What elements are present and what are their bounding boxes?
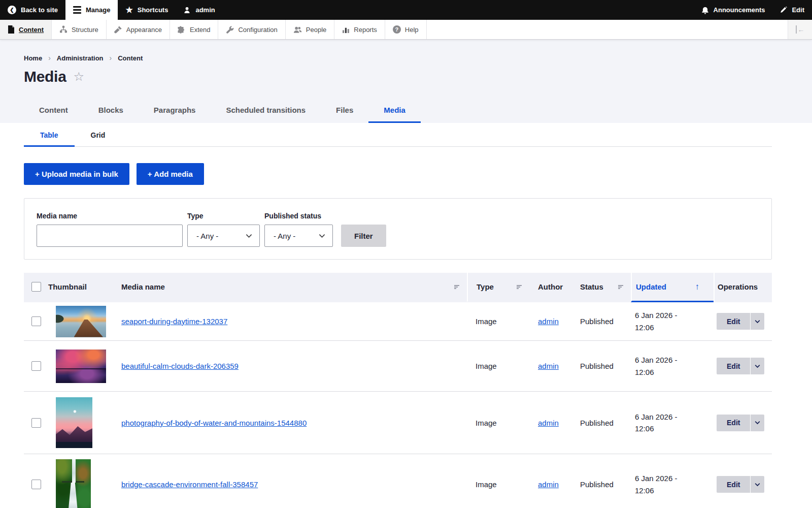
bar-chart-icon bbox=[342, 26, 350, 34]
published-status-label: Published status bbox=[264, 212, 333, 220]
breadcrumb-separator: › bbox=[48, 54, 51, 62]
menu-item-appearance[interactable]: Appearance bbox=[107, 20, 170, 39]
header-thumbnail: Thumbnail bbox=[48, 273, 113, 302]
type-select[interactable]: - Any - bbox=[187, 225, 260, 247]
bell-icon bbox=[701, 6, 709, 14]
operations-split-button: Edit bbox=[717, 358, 764, 374]
operations-split-button: Edit bbox=[717, 476, 764, 493]
status-value: Published bbox=[571, 454, 631, 508]
breadcrumb-home[interactable]: Home bbox=[24, 54, 42, 62]
manage-button[interactable]: Manage bbox=[65, 0, 118, 20]
row-checkbox[interactable] bbox=[31, 361, 41, 371]
operations-dropdown-toggle[interactable] bbox=[750, 313, 764, 330]
author-link[interactable]: admin bbox=[538, 419, 559, 427]
header-type[interactable]: Type bbox=[467, 273, 529, 302]
announcements-button[interactable]: Announcements bbox=[694, 0, 773, 20]
table-row: seaport-during-daytime-132037 Image admi… bbox=[24, 302, 772, 341]
tab-media[interactable]: Media bbox=[368, 100, 421, 123]
media-name-link[interactable]: bridge-cascade-environment-fall-358457 bbox=[121, 480, 258, 489]
author-link[interactable]: admin bbox=[538, 317, 559, 326]
operations-dropdown-toggle[interactable] bbox=[750, 415, 764, 431]
media-thumbnail[interactable] bbox=[56, 306, 106, 337]
toolbar-spacer bbox=[223, 0, 694, 20]
add-media-button[interactable]: + Add media bbox=[137, 163, 204, 185]
view-tab-table[interactable]: Table bbox=[24, 123, 75, 147]
menu-item-label: Extend bbox=[190, 26, 210, 34]
media-thumbnail[interactable] bbox=[56, 397, 92, 448]
breadcrumb-administration[interactable]: Administration bbox=[57, 54, 104, 62]
filter-submit-button[interactable]: Filter bbox=[341, 225, 386, 247]
media-type: Image bbox=[467, 454, 529, 508]
author-link[interactable]: admin bbox=[538, 480, 559, 489]
tab-files[interactable]: Files bbox=[321, 100, 368, 123]
row-checkbox[interactable] bbox=[31, 418, 41, 428]
media-name-link[interactable]: beautiful-calm-clouds-dark-206359 bbox=[121, 362, 239, 370]
tab-paragraphs[interactable]: Paragraphs bbox=[139, 100, 211, 123]
sort-icon bbox=[618, 284, 624, 290]
media-thumbnail[interactable] bbox=[56, 350, 106, 383]
edit-button[interactable]: Edit bbox=[717, 415, 750, 431]
tab-blocks[interactable]: Blocks bbox=[83, 100, 139, 123]
user-label: admin bbox=[195, 6, 215, 14]
media-type: Image bbox=[467, 341, 529, 392]
row-checkbox[interactable] bbox=[31, 316, 41, 326]
header-author[interactable]: Author bbox=[529, 273, 571, 302]
puzzle-icon bbox=[178, 25, 186, 34]
edit-mode-button[interactable]: Edit bbox=[772, 0, 812, 20]
filter-panel: Media name Type - Any - Published status… bbox=[24, 198, 772, 260]
user-icon bbox=[183, 6, 191, 14]
operations-dropdown-toggle[interactable] bbox=[750, 358, 764, 374]
paintbrush-icon bbox=[114, 25, 122, 34]
breadcrumb-separator: › bbox=[110, 54, 112, 62]
tab-scheduled-transitions[interactable]: Scheduled transitions bbox=[211, 100, 321, 123]
header-status[interactable]: Status bbox=[571, 273, 631, 302]
edit-button[interactable]: Edit bbox=[717, 313, 750, 330]
primary-tabs: Content Blocks Paragraphs Scheduled tran… bbox=[24, 100, 772, 123]
breadcrumb: Home › Administration › Content bbox=[24, 54, 772, 62]
edit-button[interactable]: Edit bbox=[717, 358, 750, 374]
status-value: Published bbox=[571, 302, 631, 341]
favorite-star-icon[interactable]: ☆ bbox=[74, 70, 85, 84]
media-name-link[interactable]: photography-of-body-of-water-and-mountai… bbox=[121, 419, 307, 427]
announcements-label: Announcements bbox=[714, 6, 765, 14]
chevron-down-icon bbox=[319, 234, 325, 238]
type-select-value: - Any - bbox=[196, 232, 218, 240]
select-all-checkbox[interactable] bbox=[31, 282, 41, 292]
edit-button[interactable]: Edit bbox=[717, 476, 750, 493]
menu-item-extend[interactable]: Extend bbox=[170, 20, 218, 39]
media-name-input[interactable] bbox=[37, 225, 183, 247]
hamburger-icon bbox=[73, 6, 81, 14]
help-icon: ? bbox=[393, 25, 401, 34]
row-checkbox[interactable] bbox=[31, 480, 41, 489]
menu-item-content[interactable]: Content bbox=[0, 20, 52, 39]
menu-item-help[interactable]: ? Help bbox=[385, 20, 427, 39]
header-updated-sort-active[interactable]: Updated ↑ bbox=[631, 273, 714, 302]
shortcuts-button[interactable]: ★ Shortcuts bbox=[118, 0, 176, 20]
updated-value: 6 Jan 2026 - 12:06 bbox=[635, 354, 688, 378]
table-row: bridge-cascade-environment-fall-358457 I… bbox=[24, 454, 772, 508]
view-tab-grid[interactable]: Grid bbox=[75, 123, 122, 147]
published-status-select[interactable]: - Any - bbox=[264, 225, 333, 247]
menu-item-label: People bbox=[306, 26, 326, 34]
breadcrumb-content[interactable]: Content bbox=[118, 54, 143, 62]
pencil-icon bbox=[780, 7, 787, 14]
operations-dropdown-toggle[interactable] bbox=[750, 476, 764, 493]
menu-item-structure[interactable]: Structure bbox=[52, 20, 107, 39]
upload-media-in-bulk-button[interactable]: + Upload media in bulk bbox=[24, 163, 129, 185]
back-to-site-button[interactable]: ❮ Back to site bbox=[0, 0, 65, 20]
tab-content[interactable]: Content bbox=[24, 100, 83, 123]
menu-item-configuration[interactable]: Configuration bbox=[218, 20, 285, 39]
media-name-link[interactable]: seaport-during-daytime-132037 bbox=[121, 317, 227, 326]
menu-item-reports[interactable]: Reports bbox=[334, 20, 385, 39]
published-select-value: - Any - bbox=[274, 232, 295, 240]
media-type: Image bbox=[467, 392, 529, 454]
header-operations: Operations bbox=[714, 273, 772, 302]
media-thumbnail[interactable] bbox=[56, 459, 91, 508]
menu-item-people[interactable]: People bbox=[286, 20, 334, 39]
user-menu-button[interactable]: admin bbox=[176, 0, 222, 20]
author-link[interactable]: admin bbox=[538, 362, 559, 370]
header-media-name[interactable]: Media name bbox=[113, 273, 467, 302]
toolbar-orientation-toggle[interactable]: ← bbox=[788, 20, 812, 39]
media-type: Image bbox=[467, 302, 529, 341]
sort-ascending-arrow-icon: ↑ bbox=[695, 282, 700, 292]
